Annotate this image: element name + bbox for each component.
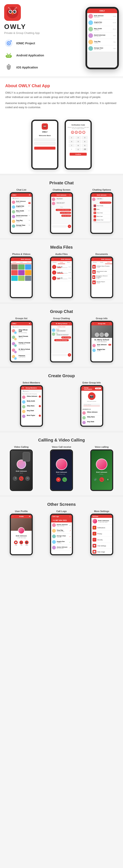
more-icon[interactable]: ⋮ bbox=[69, 516, 71, 518]
done-btn[interactable]: DONE bbox=[95, 388, 101, 389]
group-photo-picker[interactable]: 📷 bbox=[88, 393, 96, 400]
back-icon[interactable]: ← bbox=[52, 194, 54, 196]
more-icon[interactable]: ⋮ bbox=[109, 194, 111, 196]
end-call-btn[interactable]: 📞 bbox=[99, 477, 104, 482]
list-item[interactable]: Bond Taylor ✓ bbox=[21, 414, 42, 418]
tab-audio[interactable]: Audio bbox=[18, 261, 25, 264]
hold-btn[interactable]: ⏸ bbox=[106, 477, 110, 482]
reject-btn[interactable]: ✕ bbox=[56, 477, 61, 482]
option-block[interactable]: 🚫 Block User bbox=[93, 215, 110, 218]
close-icon[interactable]: ✕ bbox=[22, 387, 24, 389]
tab-audio[interactable]: Audio bbox=[58, 261, 65, 264]
list-item: David Ackerman Ok, see you... Yest. bbox=[87, 32, 117, 39]
accept-btn[interactable]: 📞 bbox=[62, 477, 67, 482]
received-bubble: How are you? bbox=[56, 202, 65, 204]
mute-btn[interactable]: 🔊 bbox=[93, 477, 98, 482]
doc-item: 📄 Appointment Letter 1.1 MB bbox=[91, 270, 112, 275]
about-body2: Awesome looking chatting app can be use … bbox=[5, 101, 118, 110]
message-input[interactable] bbox=[52, 225, 67, 227]
send-new-msg[interactable]: Send New Message bbox=[54, 339, 69, 341]
list-item[interactable]: Amy Shah bbox=[21, 409, 42, 414]
play-icon[interactable]: ♪ bbox=[52, 271, 56, 275]
doc-item: 📄 Al-Mada News Propose 2.3 MB bbox=[91, 264, 112, 270]
play-icon[interactable]: ♪ bbox=[52, 276, 56, 280]
tab-docs[interactable]: Docs bbox=[65, 261, 72, 264]
settings-item-security[interactable]: 🛡 Security › bbox=[91, 537, 112, 543]
num-3[interactable]: 3 bbox=[82, 136, 88, 139]
num-8[interactable]: 8 bbox=[75, 144, 81, 147]
settings-item-chat[interactable]: 💬 Chat Settings › bbox=[91, 543, 112, 549]
next-icon[interactable]: → bbox=[39, 387, 41, 389]
audio-bar bbox=[57, 267, 68, 268]
tab-photos[interactable]: Photos bbox=[91, 261, 98, 264]
chat-action[interactable]: 💬 Chat bbox=[14, 540, 18, 546]
edit-icon[interactable]: ✏ bbox=[29, 194, 30, 196]
avatar bbox=[89, 40, 93, 44]
back-icon[interactable]: ← bbox=[52, 258, 54, 260]
option-delete[interactable]: ✖ Delete Chat bbox=[93, 218, 110, 222]
send-button[interactable]: ➤ bbox=[68, 225, 71, 228]
search-bar[interactable]: 🔍 Search bbox=[22, 390, 41, 393]
option-mute[interactable]: 🔇 Mute bbox=[93, 208, 110, 211]
back-icon[interactable]: ← bbox=[52, 323, 54, 324]
play-icon[interactable]: ♪ bbox=[52, 265, 56, 269]
photo-thumb bbox=[25, 276, 31, 281]
tab-docs[interactable]: Docs bbox=[25, 261, 32, 264]
avatar bbox=[22, 396, 25, 399]
num-7[interactable]: 7 bbox=[69, 144, 75, 147]
end-call-btn[interactable]: 📞 bbox=[19, 476, 24, 481]
option-view-profile[interactable]: 👤 View Profile bbox=[93, 204, 110, 208]
settings-item-help[interactable]: ❓ Help › bbox=[91, 555, 112, 555]
list-item[interactable]: Abby Nana ✓ bbox=[21, 404, 42, 409]
num-6[interactable]: 6 bbox=[82, 140, 88, 143]
chat-settings-icon: 💬 bbox=[93, 544, 96, 548]
search-bar[interactable]: 🔍 Search bbox=[12, 326, 31, 328]
group-message-input[interactable] bbox=[52, 354, 67, 356]
back-icon[interactable]: ← bbox=[82, 388, 84, 390]
num-star[interactable]: * bbox=[69, 148, 75, 151]
settings-profile-row[interactable]: Emil Johnson +1 987 654 3321 › bbox=[91, 518, 112, 525]
tab-photos[interactable]: Photos bbox=[11, 261, 18, 264]
tab-audio[interactable]: Audio bbox=[98, 261, 105, 264]
settings-item-data[interactable]: 📊 Data Usage › bbox=[91, 549, 112, 555]
settings-item-notifications[interactable]: 🔔 Notifications › bbox=[91, 525, 112, 531]
num-2[interactable]: 2 bbox=[75, 136, 81, 139]
send-button[interactable]: ➤ bbox=[68, 353, 71, 356]
confirm-verify-btn[interactable]: Confirm bbox=[70, 153, 87, 156]
sent-bubble: Can we meet? bbox=[61, 215, 71, 217]
list-item[interactable]: Olivia Johnson ✓ bbox=[21, 395, 42, 400]
more-icon[interactable]: ⋮ bbox=[69, 194, 71, 196]
more-icon[interactable]: ⋮ bbox=[69, 323, 71, 324]
list-item[interactable]: Molly Smith bbox=[21, 400, 42, 404]
group-name-input[interactable]: Group Name bbox=[83, 404, 100, 406]
call-name: Emil Johnson bbox=[96, 471, 107, 473]
send-to-button[interactable]: Send to Emil Johnson bbox=[56, 209, 71, 211]
confirm-btn[interactable] bbox=[34, 147, 55, 150]
num-4[interactable]: 4 bbox=[69, 140, 75, 143]
phone-input[interactable] bbox=[34, 138, 55, 141]
num-0[interactable]: 0 bbox=[75, 148, 81, 151]
back-icon[interactable]: ← bbox=[12, 516, 14, 518]
back-icon[interactable]: ← bbox=[93, 194, 94, 196]
back-icon[interactable]: ← bbox=[93, 323, 94, 324]
num-9[interactable]: 9 bbox=[82, 144, 88, 147]
back-icon[interactable]: ← bbox=[12, 258, 14, 260]
settings-item-privacy[interactable]: 🔒 Privacy › bbox=[91, 531, 112, 537]
video-action[interactable]: 🎥 Video bbox=[25, 540, 29, 546]
password-input[interactable] bbox=[34, 142, 55, 145]
avatar bbox=[22, 415, 25, 418]
tab-docs[interactable]: Docs bbox=[105, 261, 112, 264]
back-icon[interactable]: ← bbox=[93, 258, 94, 260]
tab-photos[interactable]: Photos bbox=[51, 261, 58, 264]
more-icon[interactable]: ⋮ bbox=[109, 323, 111, 324]
camera-btn[interactable]: 📷 bbox=[25, 476, 30, 481]
edit-icon[interactable]: ✏ bbox=[29, 323, 30, 324]
search-bar[interactable]: 🔍 Search bbox=[12, 197, 31, 199]
num-1[interactable]: 1 bbox=[69, 136, 75, 139]
edit-icon[interactable]: ✏ bbox=[29, 516, 30, 518]
mute-btn[interactable]: 🎤 bbox=[13, 476, 17, 481]
option-clear[interactable]: 🗑 Clear Chat bbox=[93, 211, 110, 215]
call-action[interactable]: 📞 Call bbox=[19, 540, 23, 546]
num-5[interactable]: 5 bbox=[75, 140, 81, 143]
num-del[interactable]: ⌫ bbox=[82, 148, 88, 151]
